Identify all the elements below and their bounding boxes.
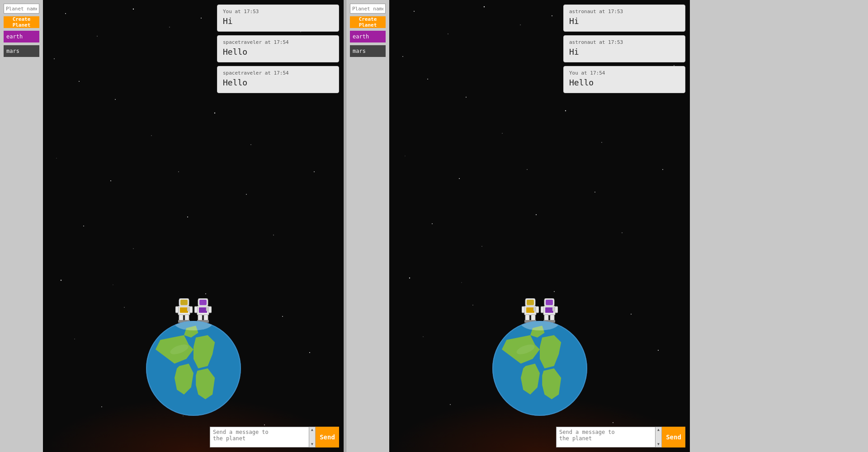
left-scroll-down-icon[interactable]: ▼ — [311, 443, 313, 446]
svg-point-15 — [56, 158, 57, 158]
svg-point-24 — [61, 280, 61, 281]
svg-point-20 — [83, 226, 84, 226]
svg-rect-51 — [199, 300, 207, 305]
svg-point-87 — [405, 155, 405, 156]
svg-rect-49 — [187, 307, 189, 311]
svg-point-98 — [554, 291, 555, 292]
svg-point-38 — [113, 284, 113, 285]
left-message-2: spacetraveler at 17:54 Hello — [217, 35, 339, 62]
svg-rect-132 — [552, 307, 555, 311]
svg-point-103 — [658, 350, 659, 351]
svg-point-81 — [427, 79, 428, 80]
left-earth — [146, 321, 241, 416]
svg-point-23 — [273, 235, 274, 235]
right-earth — [492, 321, 587, 416]
right-create-planet-button[interactable]: Create Planet — [350, 16, 386, 28]
right-send-button[interactable]: Send — [662, 427, 685, 447]
right-scroll-up-icon[interactable]: ▲ — [657, 428, 660, 432]
right-scrollbar: ▲ ▼ — [656, 427, 662, 447]
left-sidebar: Create Planet earth mars — [0, 0, 43, 452]
left-send-button[interactable]: Send — [316, 427, 339, 447]
right-astronaut-2 — [541, 298, 558, 323]
svg-point-97 — [472, 305, 473, 306]
svg-point-89 — [527, 169, 528, 170]
svg-rect-127 — [555, 306, 558, 313]
svg-rect-116 — [536, 306, 539, 313]
svg-point-85 — [601, 142, 602, 143]
svg-rect-44 — [189, 306, 193, 313]
left-message-input[interactable] — [210, 427, 309, 447]
svg-point-27 — [282, 316, 283, 317]
svg-rect-55 — [208, 306, 212, 313]
svg-point-95 — [622, 232, 623, 233]
svg-point-13 — [250, 144, 251, 145]
svg-rect-115 — [522, 306, 525, 313]
svg-rect-40 — [180, 300, 188, 305]
left-scroll-up-icon[interactable]: ▲ — [311, 428, 313, 432]
svg-point-75 — [520, 24, 520, 25]
left-message-1: You at 17:53 Hi — [217, 5, 339, 32]
right-message-2: astronaut at 17:53 Hi — [563, 35, 685, 62]
right-message-1: astronaut at 17:53 Hi — [563, 5, 685, 32]
right-astronaut-1 — [522, 298, 539, 323]
svg-rect-54 — [194, 306, 198, 313]
svg-point-73 — [448, 33, 448, 34]
svg-point-83 — [502, 133, 502, 133]
left-main-area: You at 17:53 Hi spacetraveler at 17:54 H… — [43, 0, 344, 452]
svg-point-88 — [459, 178, 460, 179]
right-message-1-text: Hi — [569, 16, 679, 26]
svg-point-26 — [205, 293, 206, 294]
left-astronaut-1 — [175, 298, 193, 323]
left-planet-mars[interactable]: mars — [4, 45, 39, 57]
right-planet-earth[interactable]: earth — [350, 31, 386, 42]
svg-point-31 — [309, 352, 310, 353]
right-message-3: You at 17:54 Hello — [563, 66, 685, 93]
left-planet-name-input[interactable] — [4, 4, 39, 14]
right-planet-mars[interactable]: mars — [350, 45, 386, 57]
right-planet-name-input[interactable] — [350, 4, 386, 14]
svg-point-16 — [110, 180, 111, 181]
svg-rect-112 — [527, 300, 534, 305]
right-message-3-meta: You at 17:54 — [569, 70, 679, 76]
svg-point-91 — [662, 169, 663, 170]
right-sidebar: Create Planet earth mars — [346, 0, 389, 452]
right-scroll-down-icon[interactable]: ▼ — [657, 443, 660, 446]
svg-rect-121 — [533, 307, 536, 311]
right-astronauts — [522, 298, 558, 323]
svg-rect-123 — [546, 300, 553, 305]
left-input-area: ▲ ▼ Send — [210, 427, 339, 447]
svg-point-34 — [264, 424, 265, 425]
svg-point-28 — [74, 339, 75, 339]
svg-point-21 — [133, 248, 133, 249]
right-message-input[interactable] — [556, 427, 656, 447]
svg-point-25 — [124, 307, 125, 308]
svg-point-12 — [214, 113, 215, 113]
svg-point-2 — [133, 9, 134, 9]
svg-rect-114 — [526, 307, 534, 313]
svg-point-72 — [414, 11, 415, 12]
svg-point-74 — [484, 6, 485, 7]
right-input-area: ▲ ▼ Send — [556, 427, 685, 447]
right-panel: Create Planet earth mars — [346, 0, 690, 452]
svg-point-96 — [409, 278, 410, 278]
svg-rect-60 — [206, 307, 208, 311]
left-planet-earth[interactable]: earth — [4, 31, 39, 42]
right-message-3-text: Hello — [569, 78, 679, 87]
left-message-1-text: Hi — [223, 16, 333, 26]
svg-point-10 — [115, 99, 116, 100]
svg-point-22 — [187, 217, 188, 217]
left-message-1-meta: You at 17:53 — [223, 9, 333, 14]
left-scrollbar: ▲ ▼ — [309, 427, 316, 447]
svg-point-3 — [169, 27, 170, 27]
svg-point-11 — [151, 135, 151, 136]
left-create-planet-button[interactable]: Create Planet — [4, 16, 39, 28]
svg-point-76 — [552, 15, 552, 16]
svg-rect-42 — [180, 307, 188, 313]
svg-point-4 — [201, 18, 202, 19]
left-message-2-meta: spacetraveler at 17:54 — [223, 39, 333, 45]
svg-point-32 — [101, 406, 102, 407]
left-panel: Create Planet earth mars — [0, 0, 344, 452]
svg-point-93 — [481, 246, 482, 246]
svg-rect-43 — [175, 306, 179, 313]
svg-point-107 — [402, 56, 403, 57]
